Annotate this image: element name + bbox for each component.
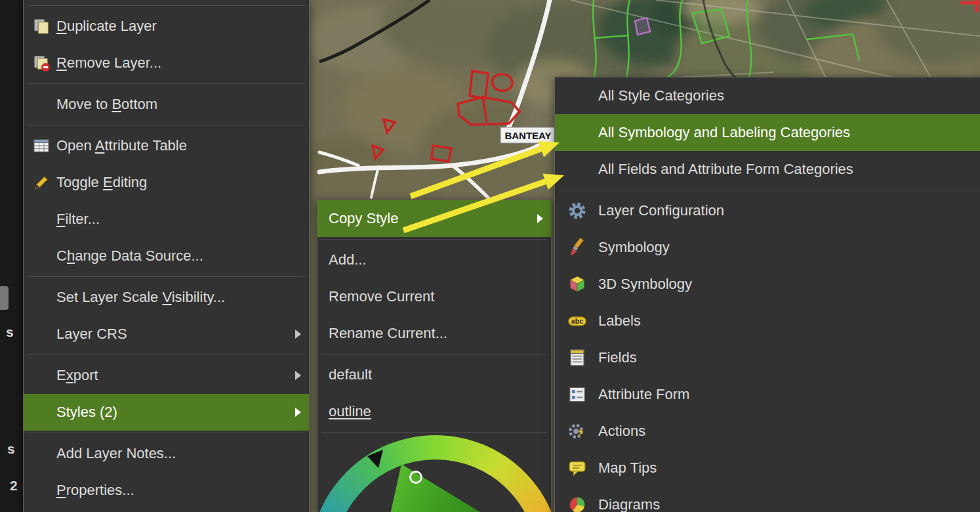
menu-item-style-default[interactable]: default bbox=[317, 356, 551, 393]
submenu-arrow-icon bbox=[295, 408, 301, 417]
menu-separator bbox=[28, 125, 305, 125]
menu-separator bbox=[28, 276, 305, 277]
menu-separator bbox=[28, 354, 305, 355]
menu-item-move-to-bottom[interactable]: Move to Bottom bbox=[24, 86, 309, 123]
menu-item-label: Add... bbox=[329, 251, 543, 268]
menu-item-label: Layer Configuration bbox=[598, 202, 980, 219]
icon-spacer bbox=[567, 85, 588, 106]
attribute-table-icon bbox=[31, 136, 51, 156]
icon-spacer bbox=[31, 95, 51, 114]
menu-item-fields[interactable]: Fields bbox=[555, 339, 980, 376]
color-wheel-marker[interactable] bbox=[409, 471, 422, 484]
menu-item-label: Set Layer Scale Visibility... bbox=[56, 289, 301, 306]
submenu-arrow-icon bbox=[295, 330, 301, 339]
menu-item-symbology[interactable]: Symbology bbox=[555, 229, 980, 266]
menu-item-label: Properties... bbox=[56, 482, 301, 499]
menu-item-layer-crs[interactable]: Layer CRS bbox=[24, 316, 309, 352]
menu-item-label: Change Data Source... bbox=[56, 247, 301, 265]
menu-item-rename-current-style[interactable]: Rename Current... bbox=[317, 315, 551, 352]
menu-item-set-layer-scale-visibility[interactable]: Set Layer Scale Visibility... bbox=[24, 279, 309, 316]
menu-separator bbox=[28, 433, 305, 433]
menu-item-all-symbology-and-labeling-categories[interactable]: All Symbology and Labeling Categories bbox=[555, 114, 980, 151]
svg-text:abc: abc bbox=[571, 317, 583, 325]
menu-item-label: Diagrams bbox=[598, 496, 980, 512]
menu-item-3d-symbology[interactable]: 3D Symbology bbox=[555, 266, 980, 303]
panel-fragment-icon bbox=[0, 286, 9, 310]
menu-item-add-layer-notes[interactable]: Add Layer Notes... bbox=[24, 435, 309, 472]
menu-separator bbox=[559, 190, 980, 190]
labels-icon: abc bbox=[567, 310, 588, 331]
map-purple-parcel bbox=[635, 18, 650, 35]
menu-item-label: Styles (2) bbox=[56, 404, 290, 421]
icon-spacer bbox=[31, 444, 51, 463]
menu-item-label: Open Attribute Table bbox=[56, 137, 301, 154]
menu-item-label: Add Layer Notes... bbox=[56, 445, 301, 462]
menu-item-label: Remove Layer... bbox=[56, 54, 301, 72]
menu-item-label: All Fields and Attribute Form Categories bbox=[598, 161, 980, 178]
menu-item-label: Labels bbox=[598, 312, 980, 330]
menu-item-map-tips[interactable]: Map Tips bbox=[555, 450, 980, 486]
menu-item-label: Fields bbox=[598, 349, 980, 366]
panel-text-fragment: 2 bbox=[10, 478, 18, 494]
icon-spacer bbox=[31, 366, 51, 385]
map-label-banteay: BANTEAY bbox=[500, 127, 556, 143]
menu-item-attribute-form[interactable]: Attribute Form bbox=[555, 376, 980, 413]
menu-item-label: Layer CRS bbox=[56, 326, 290, 343]
attribute-form-icon bbox=[567, 384, 588, 405]
menu-item-all-fields-and-attribute-form-categories[interactable]: All Fields and Attribute Form Categories bbox=[555, 151, 980, 188]
submenu-arrow-icon bbox=[537, 214, 543, 223]
map-tips-icon bbox=[567, 458, 588, 479]
menu-item-copy-style[interactable]: Copy Style bbox=[317, 200, 551, 237]
menu-item-label: Move to Bottom bbox=[56, 96, 301, 113]
menu-item-duplicate-layer[interactable]: Duplicate Layer bbox=[24, 8, 309, 45]
menu-item-label: Copy Style bbox=[329, 210, 532, 227]
menu-separator bbox=[321, 432, 547, 433]
symbology-icon bbox=[567, 237, 588, 258]
menu-item-label: Remove Current bbox=[329, 288, 543, 305]
menu-item-label: Actions bbox=[598, 423, 980, 440]
icon-spacer bbox=[31, 324, 51, 344]
menu-separator bbox=[321, 239, 547, 240]
menu-item-actions[interactable]: Actions bbox=[555, 413, 980, 450]
icon-spacer bbox=[567, 122, 588, 143]
styles-submenu: Copy Style Add... Remove Current Rename … bbox=[317, 200, 552, 512]
submenu-arrow-icon bbox=[295, 371, 301, 380]
menu-item-label: Duplicate Layer bbox=[56, 18, 301, 35]
fields-icon bbox=[567, 347, 588, 368]
menu-item-layer-configuration[interactable]: Layer Configuration bbox=[555, 192, 980, 229]
menu-item-all-style-categories[interactable]: All Style Categories bbox=[555, 77, 980, 114]
menu-item-labels[interactable]: abc Labels bbox=[555, 303, 980, 339]
menu-item-open-attribute-table[interactable]: Open Attribute Table bbox=[24, 127, 309, 164]
menu-item-filter[interactable]: Filter... bbox=[24, 201, 309, 238]
menu-item-label: Filter... bbox=[56, 211, 301, 228]
menu-item-diagrams[interactable]: Diagrams bbox=[555, 486, 980, 512]
icon-spacer bbox=[31, 209, 51, 229]
copy-style-submenu: All Style Categories All Symbology and L… bbox=[554, 77, 980, 512]
edit-pencil-icon bbox=[31, 173, 51, 192]
icon-spacer bbox=[31, 480, 51, 500]
menu-item-label: 3D Symbology bbox=[598, 276, 980, 293]
menu-item-properties[interactable]: Properties... bbox=[24, 472, 309, 509]
menu-item-remove-current-style[interactable]: Remove Current bbox=[317, 278, 551, 315]
svg-text:BANTEAY: BANTEAY bbox=[504, 130, 551, 141]
menu-item-remove-layer[interactable]: Remove Layer... bbox=[24, 45, 309, 81]
color-wheel bbox=[317, 435, 552, 512]
menu-item-add-style[interactable]: Add... bbox=[317, 242, 551, 278]
actions-icon bbox=[567, 421, 588, 442]
menu-separator bbox=[321, 354, 547, 354]
3d-symbology-icon bbox=[567, 274, 588, 295]
menu-item-label: outline bbox=[329, 403, 543, 420]
menu-item-label: All Symbology and Labeling Categories bbox=[598, 124, 980, 141]
menu-separator bbox=[28, 5, 305, 6]
menu-item-toggle-editing[interactable]: Toggle Editing bbox=[24, 164, 309, 201]
menu-item-change-data-source[interactable]: Change Data Source... bbox=[24, 238, 309, 274]
remove-layer-icon bbox=[31, 53, 51, 73]
menu-item-label: Attribute Form bbox=[598, 386, 980, 403]
menu-item-export[interactable]: Export bbox=[24, 357, 309, 394]
menu-item-style-outline[interactable]: outline bbox=[317, 393, 551, 430]
diagrams-icon bbox=[567, 494, 588, 512]
menu-spacer bbox=[24, 0, 309, 3]
menu-item-styles[interactable]: Styles (2) bbox=[24, 394, 309, 431]
menu-item-label: Symbology bbox=[598, 239, 980, 256]
panel-text-fragment: s bbox=[6, 324, 14, 340]
